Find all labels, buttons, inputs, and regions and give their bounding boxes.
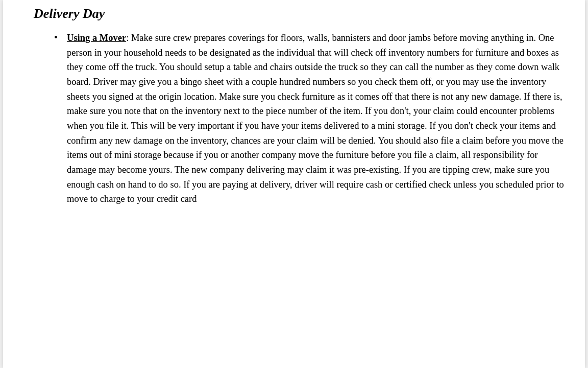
- item-label: Using a Mover: [67, 33, 126, 43]
- page-container: Delivery Day • Using a Mover: Make sure …: [3, 0, 585, 368]
- item-text: Using a Mover: Make sure crew prepares c…: [67, 31, 565, 206]
- list-item: • Using a Mover: Make sure crew prepares…: [23, 31, 565, 206]
- page-title: Delivery Day: [23, 6, 565, 21]
- content-list: • Using a Mover: Make sure crew prepares…: [23, 31, 565, 206]
- bullet-icon: •: [23, 32, 58, 43]
- item-body: : Make sure crew prepares coverings for …: [67, 33, 564, 204]
